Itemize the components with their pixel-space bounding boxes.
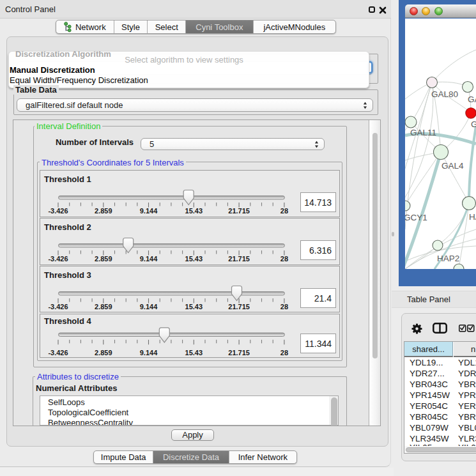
- svg-text:21.715: 21.715: [228, 303, 250, 311]
- svg-text:15.43: 15.43: [185, 349, 203, 357]
- svg-text:2.859: 2.859: [95, 349, 112, 357]
- svg-text:28: 28: [280, 349, 288, 357]
- svg-text:9.144: 9.144: [140, 207, 158, 215]
- svg-text:2.859: 2.859: [95, 207, 112, 215]
- svg-text:-3.426: -3.426: [48, 207, 68, 215]
- svg-text:-3.426: -3.426: [48, 303, 68, 311]
- svg-text:9.144: 9.144: [140, 303, 158, 311]
- svg-text:21.715: 21.715: [228, 255, 250, 263]
- svg-text:GAL80: GAL80: [431, 89, 458, 99]
- svg-text:2.859: 2.859: [95, 255, 112, 263]
- svg-text:GAL11: GAL11: [410, 128, 436, 137]
- svg-text:15.43: 15.43: [185, 207, 203, 215]
- svg-text:-3.426: -3.426: [48, 349, 68, 357]
- svg-text:15.43: 15.43: [185, 303, 203, 311]
- svg-text:28: 28: [280, 255, 288, 263]
- svg-text:28: 28: [280, 303, 288, 311]
- svg-text:2.859: 2.859: [95, 303, 112, 311]
- svg-text:GAL4: GAL4: [441, 161, 464, 171]
- svg-text:21.715: 21.715: [228, 349, 250, 357]
- svg-text:9.144: 9.144: [140, 349, 158, 357]
- svg-text:15.43: 15.43: [185, 255, 203, 263]
- svg-text:9.144: 9.144: [140, 255, 158, 263]
- svg-text:GAL1: GAL1: [471, 119, 476, 129]
- svg-text:GAL4w: GAL4w: [468, 95, 476, 104]
- svg-text:GCY1: GCY1: [405, 213, 427, 222]
- svg-text:HAP1: HAP1: [469, 212, 476, 222]
- svg-text:28: 28: [280, 207, 288, 215]
- svg-text:HAP2: HAP2: [437, 254, 459, 263]
- svg-text:-3.426: -3.426: [48, 255, 68, 263]
- svg-text:21.715: 21.715: [228, 207, 250, 215]
